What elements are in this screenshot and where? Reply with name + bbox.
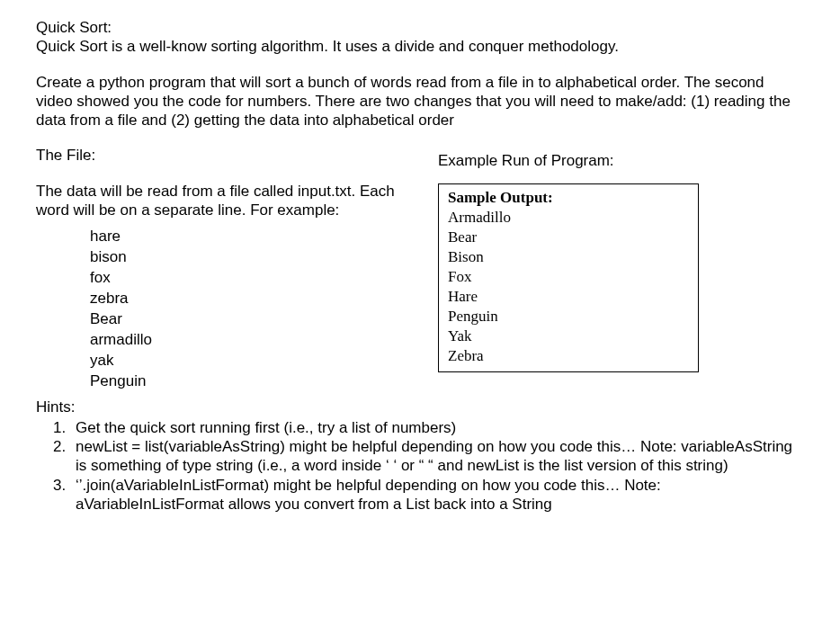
file-description: The data will be read from a file called… bbox=[36, 182, 402, 220]
section-title: Quick Sort: bbox=[36, 19, 112, 36]
file-item: Penguin bbox=[90, 371, 402, 392]
sample-output-item: Yak bbox=[448, 326, 689, 346]
file-item: bison bbox=[90, 247, 402, 268]
intro-text: Quick Sort is a well-know sorting algori… bbox=[36, 38, 619, 55]
sample-output-item: Bison bbox=[448, 247, 689, 267]
sample-output-item: Hare bbox=[448, 287, 689, 307]
input-file-example: hare bison fox zebra Bear armadillo yak … bbox=[90, 227, 402, 392]
task-description: Create a python program that will sort a… bbox=[36, 73, 804, 130]
file-item: zebra bbox=[90, 289, 402, 309]
hints-list: Get the quick sort running first (i.e., … bbox=[50, 418, 804, 514]
file-item: hare bbox=[90, 227, 402, 247]
file-item: fox bbox=[90, 268, 402, 289]
sample-output-item: Zebra bbox=[448, 346, 689, 366]
sample-output-item: Fox bbox=[448, 267, 689, 287]
hint-item: ‘’.join(aVariableInListFormat) might be … bbox=[70, 476, 804, 514]
hint-item: newList = list(variableAsString) might b… bbox=[70, 437, 804, 476]
file-item: armadillo bbox=[90, 330, 402, 351]
hint-item: Get the quick sort running first (i.e., … bbox=[70, 418, 804, 437]
sample-output-item: Penguin bbox=[448, 307, 689, 326]
sample-output-box: Sample Output: Armadillo Bear Bison Fox … bbox=[438, 183, 699, 373]
sample-output-item: Armadillo bbox=[448, 208, 689, 228]
example-run-heading: Example Run of Program: bbox=[438, 151, 804, 170]
hints-heading: Hints: bbox=[36, 398, 804, 416]
file-item: yak bbox=[90, 351, 402, 371]
file-heading: The File: bbox=[36, 146, 402, 165]
file-item: Bear bbox=[90, 309, 402, 330]
sample-output-title: Sample Output: bbox=[448, 188, 689, 208]
sample-output-item: Bear bbox=[448, 228, 689, 247]
